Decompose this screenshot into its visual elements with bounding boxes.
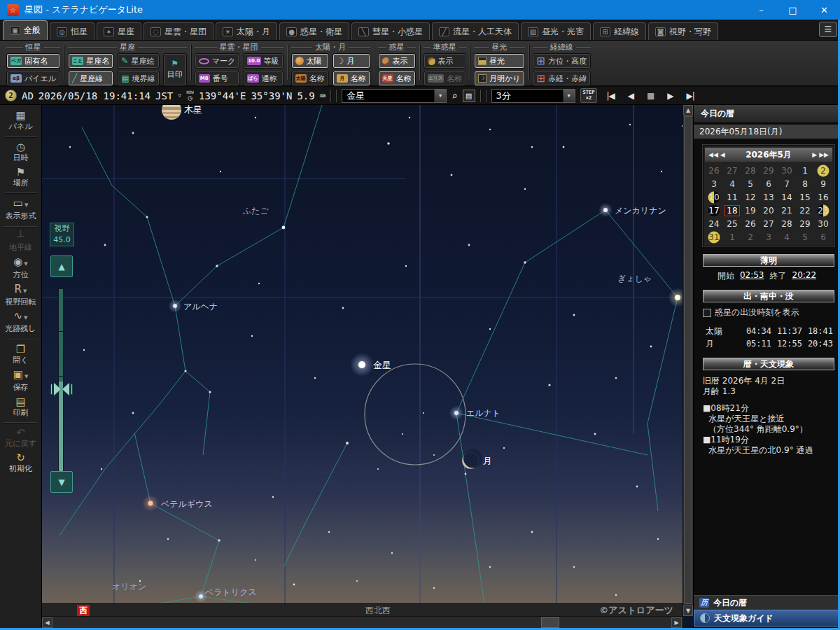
- scroll-down-icon[interactable]: ▼: [683, 606, 693, 616]
- calendar-day[interactable]: 30: [778, 164, 796, 177]
- calendar-day[interactable]: 3: [760, 230, 778, 244]
- stop-button[interactable]: ■: [643, 91, 658, 101]
- daylight-button[interactable]: 昼光: [474, 53, 525, 69]
- tab-field-of-view[interactable]: ◙視野・写野: [648, 22, 718, 40]
- sun-name-button[interactable]: 太陽名称: [291, 71, 329, 86]
- scroll-right-icon[interactable]: ▶: [671, 617, 682, 628]
- skip-forward-button[interactable]: ▶|: [682, 91, 699, 101]
- keyboard-icon[interactable]: ⌨: [320, 91, 326, 101]
- calendar-day[interactable]: 30: [814, 217, 832, 230]
- constellation-art-button[interactable]: ✎星座絵: [117, 53, 159, 69]
- calendar-day[interactable]: 4: [778, 230, 796, 244]
- sidebar-item-場所[interactable]: ⚑場所: [1, 165, 41, 190]
- nebula-magnitude-button[interactable]: 10.0等級: [243, 53, 283, 69]
- skip-back-button[interactable]: |◀: [602, 91, 618, 101]
- play-forward-button[interactable]: ▶: [663, 91, 677, 101]
- nebula-mark-button[interactable]: マーク: [195, 53, 240, 69]
- calendar-day[interactable]: 6: [814, 230, 832, 244]
- datetime-value[interactable]: 2026/05/18 19:41:14: [38, 90, 150, 102]
- calendar-day[interactable]: 29: [796, 217, 814, 230]
- next-month-button[interactable]: ▶: [812, 151, 817, 158]
- calendar-day[interactable]: 17: [705, 204, 723, 217]
- calendar-day[interactable]: 1: [723, 230, 741, 244]
- calendar-day[interactable]: 2: [814, 164, 832, 177]
- tab-constellations[interactable]: ✶星座: [97, 22, 141, 40]
- zoom-in-button[interactable]: ▲: [50, 255, 73, 277]
- constellation-name-button[interactable]: こと星座名: [68, 53, 113, 69]
- calendar-day[interactable]: 29: [760, 164, 778, 177]
- chevron-down-icon[interactable]: ▼: [434, 90, 446, 102]
- sidebar-item-日時[interactable]: ◷日時: [1, 140, 41, 165]
- prev-month-button[interactable]: ◀: [720, 151, 725, 158]
- calendar-day[interactable]: 5: [741, 177, 760, 190]
- calendar-day[interactable]: 8: [796, 177, 814, 190]
- longitude-value[interactable]: 139°44'E: [199, 90, 246, 102]
- timezone-label[interactable]: JST: [155, 90, 173, 102]
- sidebar-item-印刷[interactable]: ▤印刷: [1, 395, 41, 420]
- calendar-day[interactable]: 3: [705, 177, 723, 190]
- sun-button[interactable]: 太陽: [291, 53, 329, 69]
- search-input[interactable]: 金星: [342, 90, 434, 102]
- twilight-end-link[interactable]: 20:22: [792, 270, 817, 282]
- ra-dec-button[interactable]: ⊞赤経・赤緯: [533, 71, 592, 86]
- sidebar-item-視野回転[interactable]: R▼視野回転: [1, 282, 41, 309]
- calendar-day[interactable]: 26: [741, 217, 760, 230]
- next-year-button[interactable]: ▶▶: [819, 151, 829, 158]
- calendar-day[interactable]: 6: [760, 177, 778, 190]
- azimuth-altitude-button[interactable]: ⊞方位・高度: [533, 53, 592, 69]
- landmark-button[interactable]: ⚑目印: [163, 53, 187, 86]
- step-x2-button[interactable]: STEP×2: [580, 88, 598, 103]
- chevron-down-icon[interactable]: ▼: [563, 90, 575, 102]
- ribbon-menu-button[interactable]: ☰: [819, 22, 837, 37]
- calendar-day[interactable]: 27: [760, 217, 778, 230]
- tab-daylight[interactable]: ▧昼光・光害: [521, 22, 591, 40]
- fov-slider-handle[interactable]: [50, 382, 73, 396]
- time-step-value[interactable]: 3分: [492, 90, 563, 102]
- sidebar-item-保存[interactable]: ▣▼保存: [1, 368, 41, 395]
- tab-nebulae[interactable]: ◌星雲・星団: [144, 22, 214, 40]
- calendar-day[interactable]: 2: [741, 230, 760, 244]
- calendar-day[interactable]: 1: [796, 164, 814, 177]
- checkbox-icon[interactable]: [703, 309, 711, 317]
- moon-button[interactable]: ☽月: [332, 53, 370, 69]
- calendar-day[interactable]: 24: [705, 217, 723, 230]
- tab-sun-moon[interactable]: ☀太陽・月: [216, 22, 277, 40]
- boundary-line-button[interactable]: ▦境界線: [117, 71, 159, 86]
- calendar-day[interactable]: 22: [796, 204, 814, 217]
- dwarf-planet-display-button[interactable]: 表示: [424, 53, 467, 69]
- calendar-day[interactable]: 14: [778, 190, 796, 204]
- object-list-icon[interactable]: ▤: [463, 90, 475, 102]
- proper-name-button[interactable]: ベガ固有名: [6, 53, 60, 69]
- play-backward-button[interactable]: ◀: [624, 91, 638, 101]
- calendar-day[interactable]: 31: [705, 230, 723, 244]
- horizontal-scroll-thumb[interactable]: [541, 617, 559, 628]
- tab-comets[interactable]: ╲彗星・小惑星: [351, 22, 430, 40]
- timezone-dropdown-icon[interactable]: ▽: [178, 92, 181, 99]
- calendar-day[interactable]: 5: [796, 230, 814, 244]
- sidebar-item-開く[interactable]: ❒開く: [1, 342, 41, 368]
- calendar-day[interactable]: 20: [760, 204, 778, 217]
- twilight-start-link[interactable]: 02:53: [740, 270, 764, 282]
- vertical-scrollbar[interactable]: ▲ ▼: [682, 105, 693, 616]
- maximize-button[interactable]: □: [777, 0, 808, 20]
- object-search-combo[interactable]: 金星 ▼: [342, 89, 447, 103]
- calendar-day[interactable]: 28: [778, 217, 796, 230]
- calendar-day[interactable]: 12: [741, 190, 760, 204]
- close-button[interactable]: ✕: [808, 0, 840, 20]
- sidebar-item-方位[interactable]: ◉▼方位: [1, 255, 41, 282]
- moonlight-button[interactable]: ☽月明かり: [474, 71, 525, 86]
- planet-name-button[interactable]: 火星名称: [378, 71, 416, 86]
- star-chart[interactable]: 木星ふたごアルヘナメンカリナンぎょしゃ金星エルナト月ベテルギウスオリオンベラトリ…: [42, 105, 693, 603]
- nebula-common-name-button[interactable]: ばら通称: [243, 71, 283, 86]
- calendar-day[interactable]: 13: [760, 190, 778, 204]
- tab-general[interactable]: ▣全般: [3, 20, 48, 40]
- calendar-day[interactable]: 26: [705, 164, 723, 177]
- calendar-day[interactable]: 7: [778, 177, 796, 190]
- prev-year-button[interactable]: ◀◀: [708, 151, 718, 158]
- sidebar-item-表示形式[interactable]: ▭▼表示形式: [1, 196, 41, 223]
- calendar-day[interactable]: 11: [723, 190, 741, 204]
- scroll-up-icon[interactable]: ▲: [683, 105, 693, 115]
- sidebar-item-パネル[interactable]: ▦パネル: [1, 108, 41, 134]
- calendar-day[interactable]: 16: [814, 190, 832, 204]
- search-icon[interactable]: ⌕: [451, 91, 457, 101]
